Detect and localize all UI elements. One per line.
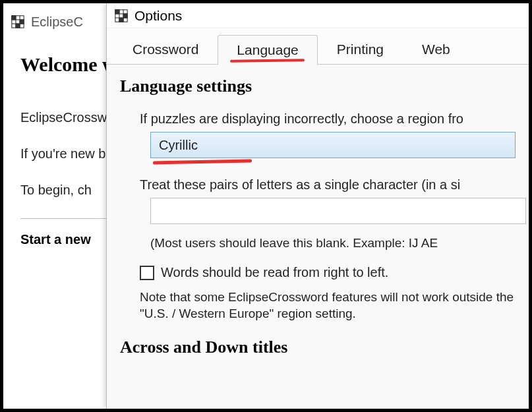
language-settings-heading: Language settings (120, 76, 516, 96)
svg-rect-11 (119, 18, 123, 22)
crossword-icon (113, 8, 129, 24)
svg-rect-2 (20, 20, 24, 24)
options-title: Options (134, 8, 182, 24)
svg-rect-9 (115, 9, 119, 13)
svg-rect-3 (16, 24, 20, 28)
annotation-underline (153, 159, 252, 164)
options-titlebar: Options (107, 3, 529, 28)
svg-rect-10 (123, 13, 127, 17)
tab-label: Language (237, 42, 298, 57)
pairs-label: Treat these pairs of letters as a single… (140, 177, 516, 192)
app-icon (10, 14, 26, 30)
pairs-input[interactable] (150, 198, 526, 224)
annotation-underline (230, 59, 305, 63)
app-title: EclipseC (31, 15, 83, 30)
tab-printing[interactable]: Printing (318, 34, 403, 64)
tab-label: Web (422, 42, 450, 57)
region-value: Cyrillic (159, 138, 198, 153)
tab-label: Printing (337, 42, 384, 57)
region-note: Note that some EclipseCrossword features… (140, 289, 516, 322)
region-label: If puzzles are displaying incorrectly, c… (140, 111, 516, 127)
across-down-heading: Across and Down titles (120, 338, 516, 357)
tab-crossword[interactable]: Crossword (113, 34, 218, 64)
options-dialog: Options Crossword Language Printing Web … (106, 3, 529, 409)
tab-web[interactable]: Web (403, 34, 469, 64)
tab-label: Crossword (133, 42, 198, 57)
pairs-hint: (Most users should leave this blank. Exa… (150, 236, 516, 250)
rtl-label: Words should be read from right to left. (161, 265, 388, 280)
svg-rect-1 (12, 16, 16, 20)
region-select[interactable]: Cyrillic (150, 132, 516, 158)
tab-language[interactable]: Language (218, 35, 317, 65)
tab-strip: Crossword Language Printing Web (107, 28, 529, 65)
rtl-checkbox[interactable] (140, 266, 154, 280)
